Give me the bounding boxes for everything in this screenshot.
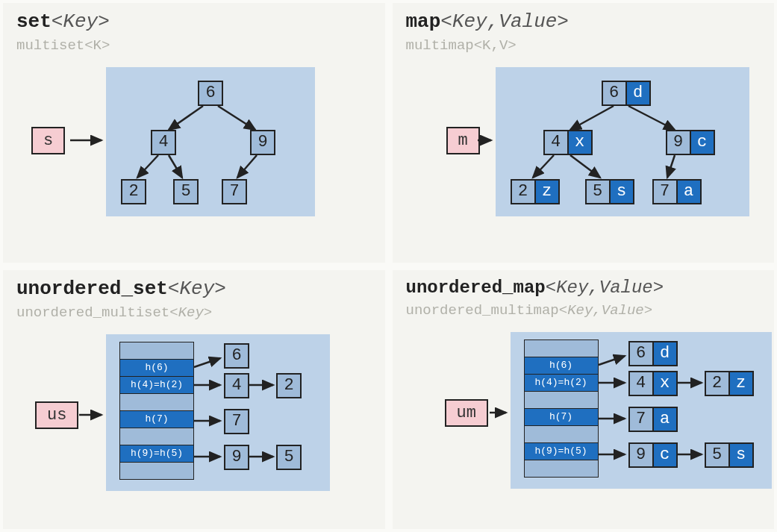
panel-umap: unordered_map<Key,Value> unordered_multi…	[393, 270, 775, 530]
node-4-val: x	[567, 130, 593, 155]
panel-uset: unordered_set<Key> unordered_multiset<Ke…	[3, 270, 385, 530]
umnode-7-v: a	[652, 407, 678, 432]
uhash-slot-3	[524, 391, 599, 409]
umnode-5-v: s	[728, 442, 754, 468]
umnode-6-v: d	[652, 341, 678, 366]
node-9-key: 9	[666, 130, 691, 155]
unode-6: 6	[224, 343, 249, 369]
uhash-slot-4: h(7)	[524, 408, 599, 426]
var-m: m	[446, 127, 480, 154]
node-4-key: 4	[543, 130, 569, 155]
node-5-val: s	[609, 179, 634, 204]
node-2-key: 2	[511, 179, 536, 204]
canvas-set: s 6 4 9 2 5 7	[16, 60, 372, 239]
umnode-7-k: 7	[628, 407, 654, 432]
node-9-val: c	[690, 130, 715, 155]
umnode-4-k: 4	[628, 371, 654, 396]
title-uset: unordered_set<Key>	[16, 278, 372, 300]
node-7-val: a	[676, 179, 702, 204]
uhash-slot-5	[524, 425, 599, 443]
node-9: 9	[250, 130, 275, 155]
umnode-9-k: 9	[628, 442, 654, 468]
node-6: 6	[198, 81, 223, 106]
hash-slot-4: h(7)	[119, 410, 194, 428]
uhash-slot-0	[524, 339, 599, 357]
node-6-val: d	[625, 81, 651, 106]
title-umap: unordered_map<Key,Value>	[406, 278, 761, 298]
panel-set: set<Key> multiset<K> s 6 4 9 2 5 7	[3, 3, 385, 263]
canvas-uset: us h(6) h(4)=h(2) h(7) h(9)=h(5) 6 4 2 7…	[16, 327, 372, 506]
hash-slot-7	[119, 462, 194, 480]
node-6-key: 6	[602, 81, 627, 106]
node-2-val: z	[534, 179, 560, 204]
hash-slot-0	[119, 342, 194, 360]
umnode-6-k: 6	[628, 341, 654, 366]
subtitle-uset: unordered_multiset<Key>	[16, 304, 372, 321]
node-5-key: 5	[585, 179, 611, 204]
node-7-key: 7	[652, 179, 678, 204]
subtitle-umap: unordered_multimap<Key,Value>	[406, 302, 761, 319]
var-um: um	[445, 399, 488, 427]
uhash-slot-2: h(4)=h(2)	[524, 374, 599, 392]
umnode-2-k: 2	[705, 371, 730, 396]
canvas-map: m 6 d 4 x 9 c 2 z 5 s 7 a	[406, 60, 761, 239]
unode-9: 9	[224, 445, 249, 470]
uhash-slot-7	[524, 460, 599, 478]
title-map: map<Key,Value>	[406, 10, 761, 33]
hash-slot-3	[119, 393, 194, 411]
unode-2: 2	[276, 373, 302, 398]
panel-map: map<Key,Value> multimap<K,V> m 6 d 4 x 9…	[393, 3, 775, 263]
var-s: s	[31, 127, 65, 154]
uhash-slot-1: h(6)	[524, 357, 599, 375]
node-7: 7	[222, 179, 247, 204]
node-5: 5	[173, 179, 199, 204]
unode-5: 5	[276, 445, 302, 470]
uhash-slot-6: h(9)=h(5)	[524, 442, 599, 460]
umnode-9-v: c	[652, 442, 678, 468]
title-set: set<Key>	[16, 10, 372, 33]
umnode-4-v: x	[652, 371, 678, 396]
hash-slot-2: h(4)=h(2)	[119, 376, 194, 394]
hash-slot-6: h(9)=h(5)	[119, 445, 194, 463]
hash-slot-1: h(6)	[119, 359, 194, 377]
node-2: 2	[121, 179, 146, 204]
node-4: 4	[151, 130, 176, 155]
hash-slot-5	[119, 428, 194, 445]
unode-7: 7	[224, 409, 249, 434]
var-us: us	[35, 401, 78, 429]
subtitle-set: multiset<K>	[16, 37, 372, 54]
unode-4: 4	[224, 373, 249, 398]
umnode-2-v: z	[728, 371, 754, 396]
umnode-5-k: 5	[705, 442, 730, 468]
canvas-umap: um h(6) h(4)=h(2) h(7) h(9)=h(5) 6 d 4 x…	[406, 325, 761, 504]
subtitle-map: multimap<K,V>	[406, 37, 761, 54]
